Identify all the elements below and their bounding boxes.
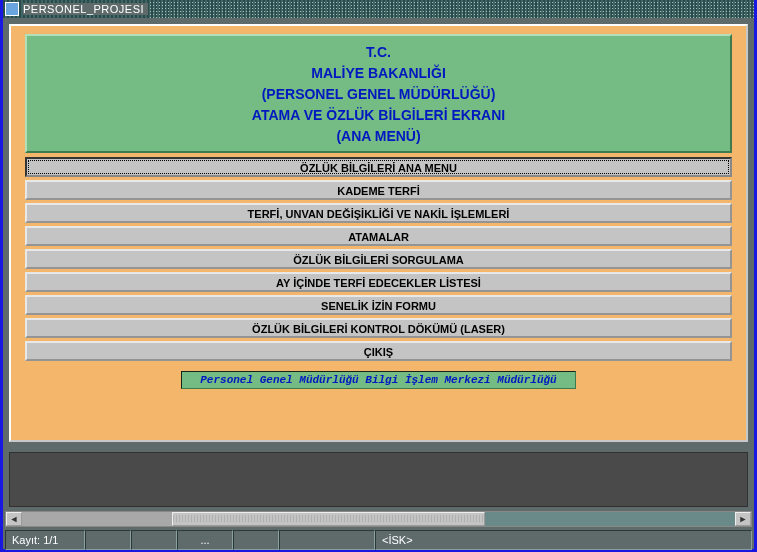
status-cell-3 [131,530,177,550]
header-line-1: T.C. [27,42,730,63]
menu-terfi-unvan-nakil[interactable]: TERFİ, UNVAN DEĞİŞİKLİĞİ VE NAKİL İŞLEML… [25,203,732,223]
header-line-4: ATAMA VE ÖZLÜK BİLGİLERİ EKRANI [27,105,730,126]
status-cell-5 [233,530,279,550]
status-cell-2 [85,530,131,550]
menu-ozluk-ana[interactable]: ÖZLÜK BİLGİLERİ ANA MENU [25,157,732,177]
menu-ozluk-sorgulama[interactable]: ÖZLÜK BİLGİLERİ SORGULAMA [25,249,732,269]
lower-dark-panel [9,452,748,507]
titlebar-texture [148,0,754,18]
scroll-track-left[interactable] [22,512,172,526]
menu-senelik-izin[interactable]: SENELİK İZİN FORMU [25,295,732,315]
scroll-right-button[interactable]: ► [735,512,751,526]
horizontal-scrollbar[interactable]: ◄ ► [5,511,752,527]
menu-ay-terfi-liste[interactable]: AY İÇİNDE TERFİ EDECEKLER LİSTESİ [25,272,732,292]
status-dots: ... [177,530,233,550]
main-area: T.C. MALİYE BAKANLIĞI (PERSONEL GENEL MÜ… [3,18,754,448]
menu-cikis[interactable]: ÇIKIŞ [25,341,732,361]
footer-tagline: Personel Genel Müdürlüğü Bilgi İşlem Mer… [181,371,576,389]
header-line-5: (ANA MENÜ) [27,126,730,147]
statusbar: Kayıt: 1/1 ... <İSK> [5,530,752,550]
scroll-thumb[interactable] [172,512,485,526]
status-record: Kayıt: 1/1 [5,530,85,550]
menu-atamalar[interactable]: ATAMALAR [25,226,732,246]
header-line-3: (PERSONEL GENEL MÜDÜRLÜĞÜ) [27,84,730,105]
menu-ozluk-kontrol-laser[interactable]: ÖZLÜK BİLGİLERİ KONTROL DÖKÜMÜ (LASER) [25,318,732,338]
window-title: PERSONEL_PROJESI [23,3,148,15]
menu-kademe-terfi[interactable]: KADEME TERFİ [25,180,732,200]
header-block: T.C. MALİYE BAKANLIĞI (PERSONEL GENEL MÜ… [25,34,732,153]
status-cell-6 [279,530,375,550]
header-line-2: MALİYE BAKANLIĞI [27,63,730,84]
scroll-track-right[interactable] [485,512,735,526]
titlebar[interactable]: PERSONEL_PROJESI [3,0,754,18]
content-panel: T.C. MALİYE BAKANLIĞI (PERSONEL GENEL MÜ… [9,24,748,442]
app-window: PERSONEL_PROJESI T.C. MALİYE BAKANLIĞI (… [0,0,757,552]
app-icon [5,2,19,16]
scroll-left-button[interactable]: ◄ [6,512,22,526]
status-mode: <İSK> [375,530,752,550]
